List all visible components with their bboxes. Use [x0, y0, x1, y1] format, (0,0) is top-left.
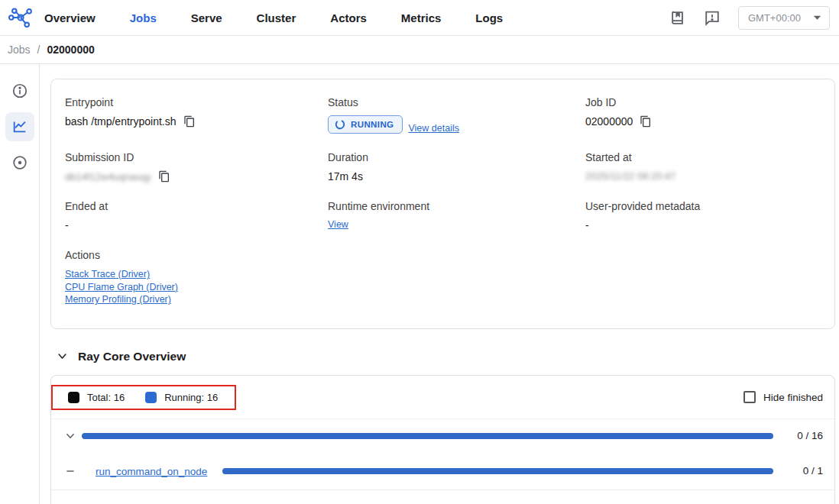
running-spinner-icon: [335, 119, 345, 130]
breadcrumb: Jobs / 02000000: [0, 36, 839, 64]
duration-label: Duration: [328, 151, 585, 163]
hide-finished-checkbox[interactable]: [743, 391, 756, 403]
status-text: RUNNING: [351, 120, 394, 129]
legend-total-chip: [68, 392, 79, 403]
breadcrumb-current-job-id: 02000000: [47, 44, 94, 56]
view-details-link[interactable]: View details: [408, 123, 458, 134]
ended-at-label: Ended at: [65, 200, 328, 212]
section-title: Ray Core Overview: [78, 350, 186, 363]
status-label: Status: [328, 96, 585, 108]
ended-at-value: -: [65, 219, 69, 231]
progress-row-total: 0 / 16: [51, 419, 834, 453]
row-collapse-minus-icon[interactable]: [65, 466, 82, 477]
section-collapse-chevron-icon[interactable]: [57, 351, 68, 362]
legend-total: Total: 16: [68, 392, 125, 403]
breadcrumb-jobs-link[interactable]: Jobs: [8, 44, 31, 56]
nav-tab-serve[interactable]: Serve: [191, 11, 222, 24]
main-content: Entrypoint bash /tmp/entrypoint.sh Statu…: [40, 64, 839, 504]
timezone-value: GMT+00:00: [748, 12, 801, 24]
progress-row: run_command_on_node 0 / 1: [51, 489, 834, 504]
hide-finished-toggle[interactable]: Hide finished: [743, 391, 823, 403]
legend-row: Total: 16 Running: 16 Hide finished: [51, 376, 834, 419]
copy-icon[interactable]: [640, 115, 652, 128]
legend-total-label: Total: 16: [87, 392, 125, 403]
nav-right-tools: GMT+00:00: [669, 6, 830, 30]
legend-running: Running: 16: [145, 392, 218, 403]
stack-trace-link[interactable]: Stack Trace (Driver): [65, 268, 150, 281]
nav-tab-logs[interactable]: Logs: [475, 11, 503, 24]
job-id-field: Job ID 02000000: [585, 96, 821, 134]
nav-tab-metrics[interactable]: Metrics: [401, 11, 442, 24]
ray-logo-icon: [8, 7, 34, 28]
main-nav: Overview Jobs Serve Cluster Actors Metri…: [44, 11, 503, 24]
entrypoint-field: Entrypoint bash /tmp/entrypoint.sh: [65, 96, 328, 134]
docs-book-icon[interactable]: [669, 9, 686, 26]
progress-bar: [82, 433, 773, 439]
copy-icon[interactable]: [158, 170, 170, 183]
sidebar-info-icon[interactable]: [5, 76, 34, 105]
duration-field: Duration 17m 4s: [328, 151, 585, 183]
started-at-label: Started at: [585, 151, 821, 163]
memory-profiling-link[interactable]: Memory Profiling (Driver): [65, 293, 171, 306]
nav-tab-cluster[interactable]: Cluster: [257, 11, 296, 24]
left-sidebar: [0, 64, 40, 504]
status-field: Status RUNNING View details: [328, 96, 585, 134]
duration-value: 17m 4s: [328, 170, 363, 183]
metadata-label: User-provided metadata: [585, 200, 821, 212]
metadata-field: User-provided metadata -: [585, 200, 821, 231]
entrypoint-label: Entrypoint: [65, 96, 328, 108]
started-at-field: Started at 2025/11/22 08:20:47: [585, 151, 821, 183]
cpu-flame-graph-link[interactable]: CPU Flame Graph (Driver): [65, 281, 178, 294]
ray-core-card: Total: 16 Running: 16 Hide finished: [50, 375, 835, 504]
copy-icon[interactable]: [183, 115, 196, 128]
feedback-icon[interactable]: [704, 9, 721, 26]
actions-label: Actions: [65, 249, 821, 261]
runtime-env-label: Runtime environment: [328, 200, 585, 212]
row-expand-chevron-icon[interactable]: [65, 431, 82, 441]
ray-core-overview-header: Ray Core Overview: [50, 350, 835, 363]
started-at-value-redacted: 2025/11/22 08:20:47: [585, 170, 675, 182]
submission-id-label: Submission ID: [65, 151, 328, 163]
nav-tab-actors[interactable]: Actors: [330, 11, 367, 24]
runtime-env-view-link[interactable]: View: [328, 219, 348, 230]
annotation-highlight-box: Total: 16 Running: 16: [51, 385, 236, 410]
job-overview-card: Entrypoint bash /tmp/entrypoint.sh Statu…: [50, 79, 835, 329]
nav-tab-overview[interactable]: Overview: [44, 11, 96, 24]
submission-id-value-redacted: db14f12w4uqnasqy: [65, 171, 151, 183]
task-name-link[interactable]: run_command_on_node: [96, 466, 207, 477]
ended-at-field: Ended at -: [65, 200, 328, 231]
job-id-label: Job ID: [585, 96, 821, 108]
progress-count: 0 / 16: [785, 430, 823, 441]
nav-tab-jobs[interactable]: Jobs: [130, 11, 157, 24]
chevron-down-icon: [813, 15, 821, 21]
submission-id-field: Submission ID db14f12w4uqnasqy: [65, 151, 328, 183]
timezone-select[interactable]: GMT+00:00: [738, 6, 830, 30]
status-badge: RUNNING: [328, 115, 403, 134]
sidebar-charts-icon[interactable]: [5, 112, 34, 141]
entrypoint-value: bash /tmp/entrypoint.sh: [65, 115, 177, 128]
progress-row: run_command_on_node 0 / 1: [51, 453, 834, 489]
breadcrumb-separator: /: [37, 44, 40, 56]
actions-field: Actions Stack Trace (Driver) CPU Flame G…: [65, 249, 821, 306]
metadata-value: -: [585, 219, 589, 231]
legend-running-chip: [145, 392, 157, 403]
runtime-env-field: Runtime environment View: [328, 200, 585, 231]
legend-running-label: Running: 16: [164, 392, 218, 403]
job-id-value: 02000000: [585, 115, 633, 128]
hide-finished-label: Hide finished: [763, 392, 823, 403]
top-navigation: Overview Jobs Serve Cluster Actors Metri…: [0, 0, 839, 36]
progress-bar: [222, 468, 773, 474]
sidebar-events-icon[interactable]: [5, 148, 34, 177]
progress-count: 0 / 1: [785, 465, 823, 477]
